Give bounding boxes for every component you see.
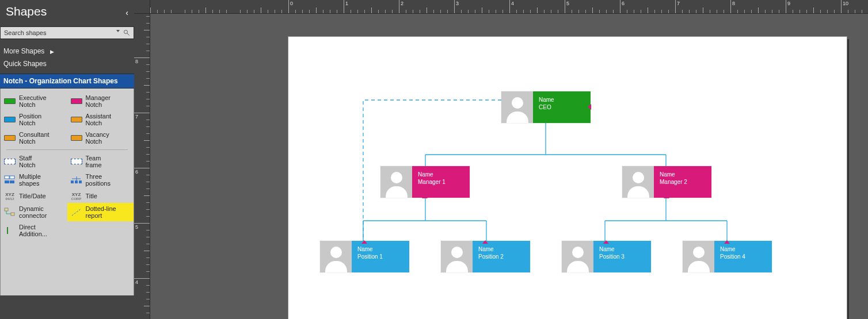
panel-title-label: Shapes <box>6 5 47 18</box>
ceo-title: CEO <box>539 103 585 111</box>
p4-name: Name <box>720 245 766 253</box>
collapse-panel-icon[interactable]: ‹ <box>125 8 128 17</box>
search-icon[interactable] <box>123 29 130 36</box>
org-node-position-2[interactable]: Name Position 2 <box>441 241 530 272</box>
p1-title: Position 1 <box>357 253 403 260</box>
more-shapes-menu[interactable]: More Shapes ▶ <box>0 45 134 57</box>
svg-rect-8 <box>79 180 82 183</box>
stencil-shape-icon <box>71 207 82 217</box>
more-shapes-label: More Shapes <box>3 47 44 55</box>
stencil-shape-label: Teamframe <box>86 155 102 168</box>
stencil-shape[interactable]: Threepositions <box>67 171 134 189</box>
stencil-shape[interactable]: DirectAddition... <box>1 221 67 240</box>
stencil-shape[interactable]: ManagerNotch <box>67 92 134 110</box>
stencil-shape-label: AssistantNotch <box>86 113 112 126</box>
svg-point-0 <box>124 30 128 34</box>
ruler-vertical[interactable]: 9876543 <box>134 14 150 319</box>
stencil-shape[interactable]: StaffNotch <box>1 152 67 171</box>
connectors <box>288 37 847 319</box>
shapes-panel: Shapes ‹ Search shapes More Shapes ▶ Qui… <box>0 0 134 319</box>
stencil-shape[interactable]: ExecutiveNotch <box>1 92 67 110</box>
stencil-shape-icon <box>71 157 82 166</box>
p4-title: Position 4 <box>720 253 766 260</box>
svg-rect-6 <box>71 180 74 183</box>
mgr2-name: Name <box>660 171 706 178</box>
chevron-down-icon[interactable] <box>116 30 120 32</box>
stencil-shape[interactable]: VacancyNotch <box>67 129 134 147</box>
avatar-icon <box>380 166 412 198</box>
ruler-horizontal[interactable]: 0123456789101112 <box>150 0 868 14</box>
notch-icon <box>482 240 488 244</box>
notch-icon <box>361 240 367 244</box>
avatar-icon <box>683 241 714 272</box>
avatar-icon <box>501 91 533 123</box>
stencil-shape-icon: XYZ04/12 <box>4 191 16 201</box>
stencil-shape[interactable]: XYZ04/12Title/Date <box>1 189 67 203</box>
stencil-shape-label: VacancyNotch <box>86 131 109 145</box>
stencil-title-label: Notch - Organization Chart Shapes <box>3 77 118 85</box>
p3-title: Position 3 <box>599 253 645 260</box>
canvas-scroll[interactable]: Name CEO Name Manager 1 Name Manager 2 <box>150 14 868 319</box>
svg-rect-12 <box>11 213 14 216</box>
search-input[interactable]: Search shapes <box>0 26 134 39</box>
panel-title: Shapes ‹ <box>0 0 134 26</box>
avatar-icon <box>320 241 352 272</box>
stencil-shape[interactable]: Teamframe <box>67 152 134 171</box>
mgr1-name: Name <box>418 171 464 178</box>
stencil-shape[interactable]: Multipleshapes <box>1 171 67 189</box>
stencil-shape-icon <box>71 133 82 143</box>
stencil-shape-icon <box>4 157 16 166</box>
org-node-manager-2[interactable]: Name Manager 2 <box>622 166 711 198</box>
stencil-shape-label: ConsultantNotch <box>19 131 50 145</box>
stencil-shape-label: ExecutiveNotch <box>19 94 47 108</box>
stencil-shape-icon <box>4 175 16 185</box>
stencil-shape-icon <box>4 207 16 217</box>
stencil-shape-label: PositionNotch <box>19 113 41 126</box>
p2-name: Name <box>478 245 524 253</box>
org-node-position-3[interactable]: Name Position 3 <box>562 241 651 272</box>
org-node-ceo[interactable]: Name CEO <box>501 91 591 123</box>
notch-icon <box>724 240 730 244</box>
stencil-shape-icon <box>4 226 16 235</box>
stencil-shape-icon <box>71 175 82 185</box>
stencil-shape-icon <box>71 97 82 106</box>
stencil-shape[interactable]: ConsultantNotch <box>1 129 67 147</box>
stencil-shape[interactable]: XYZCORPTitle <box>67 189 134 203</box>
avatar-icon <box>562 241 593 272</box>
stencil-shape-label: Multipleshapes <box>19 173 41 187</box>
notch-icon <box>588 104 591 110</box>
search-placeholder: Search shapes <box>4 29 46 36</box>
stencil-shape[interactable]: AssistantNotch <box>67 110 134 129</box>
svg-rect-11 <box>5 208 8 211</box>
svg-line-13 <box>72 209 81 216</box>
canvas-area: 0123456789101112 9876543 <box>134 0 868 319</box>
svg-rect-4 <box>5 180 9 183</box>
stencil-shape[interactable]: Dotted-linereport <box>67 203 134 221</box>
stencil-shape-label: Title <box>86 193 97 199</box>
ruler-corner <box>134 0 150 14</box>
stencil-shape-label: ManagerNotch <box>86 94 111 108</box>
stencil-body: ExecutiveNotchManagerNotchPositionNotchA… <box>0 89 134 295</box>
stencil-shape-icon <box>71 115 82 124</box>
stencil-shape-label: StaffNotch <box>19 155 36 168</box>
svg-line-1 <box>127 33 130 36</box>
stencil-shape-icon <box>4 97 16 106</box>
stencil-shape[interactable]: Dynamicconnector <box>1 203 67 221</box>
mgr2-title: Manager 2 <box>660 178 706 186</box>
stencil-shape-label: Dynamicconnector <box>19 205 47 219</box>
org-node-position-1[interactable]: Name Position 1 <box>320 241 409 272</box>
org-node-manager-1[interactable]: Name Manager 1 <box>380 166 470 198</box>
svg-rect-5 <box>10 180 14 183</box>
quick-shapes-menu[interactable]: Quick Shapes <box>0 57 134 70</box>
stencil-shape-label: DirectAddition... <box>19 224 47 237</box>
notch-icon <box>603 240 609 244</box>
stencil-shape-icon <box>4 115 16 124</box>
stencil-title[interactable]: Notch - Organization Chart Shapes <box>0 74 134 89</box>
drawing-page[interactable]: Name CEO Name Manager 1 Name Manager 2 <box>288 37 847 319</box>
avatar-icon <box>441 241 473 272</box>
ceo-name: Name <box>539 96 585 103</box>
notch-icon <box>422 195 428 198</box>
svg-rect-2 <box>5 176 9 179</box>
org-node-position-4[interactable]: Name Position 4 <box>683 241 772 272</box>
stencil-shape[interactable]: PositionNotch <box>1 110 67 129</box>
